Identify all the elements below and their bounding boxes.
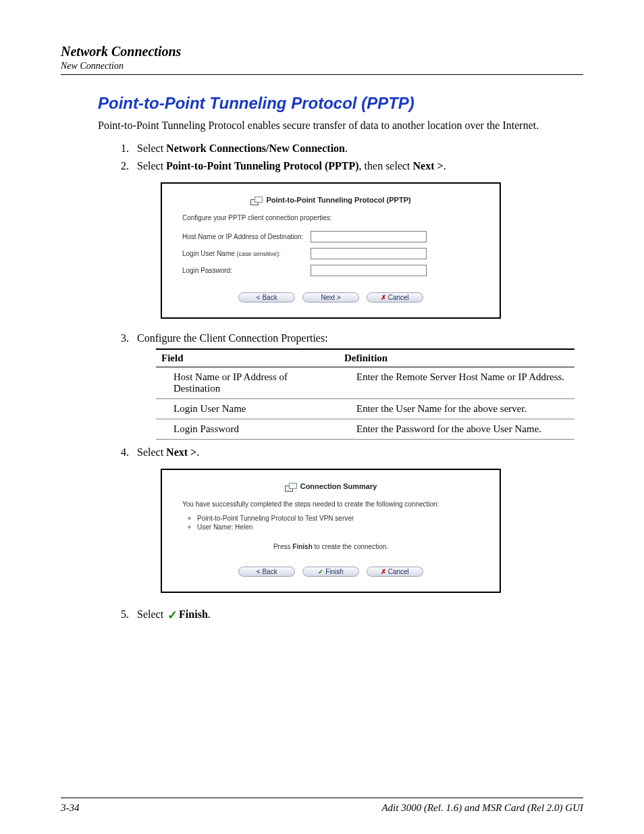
footer-product: Adit 3000 (Rel. 1.6) and MSR Card (Rel 2… xyxy=(381,802,583,814)
step-4-bold: Next > xyxy=(166,446,196,458)
finish-button[interactable]: ✓Finish xyxy=(302,567,359,577)
press-finish-text: Press Finish to create the connection. xyxy=(182,543,479,550)
td-def: Enter the Password for the above User Na… xyxy=(339,419,574,440)
check-icon: ✓ xyxy=(318,568,323,575)
username-label: Login User Name (case sensitive): xyxy=(182,250,311,257)
step-2-mid: , then select xyxy=(359,160,413,172)
username-label-a: Login User Name xyxy=(182,250,237,257)
cancel-button[interactable]: ✗Cancel xyxy=(367,567,423,577)
pptp-dialog-buttons: < Back Next > ✗Cancel xyxy=(182,292,479,303)
finish-button-label: Finish xyxy=(325,568,344,575)
definitions-table: Field Definition Host Name or IP Address… xyxy=(156,348,574,440)
td-field: Login User Name xyxy=(156,399,339,419)
password-row: Login Password: xyxy=(182,265,479,276)
x-icon: ✗ xyxy=(381,294,386,301)
td-field: Login Password xyxy=(156,419,339,440)
page-header: Network Connections New Connection xyxy=(61,44,583,75)
step-2-bold-2: Next > xyxy=(413,160,444,172)
step-4-suffix: . xyxy=(196,446,199,458)
step-4: Select Next >. Connection Summary You ha… xyxy=(132,446,583,593)
td-def: Enter the Remote Server Host Name or IP … xyxy=(339,367,574,399)
step-2-prefix: Select xyxy=(137,160,166,172)
pptp-dialog-title-row: Point-to-Point Tunneling Protocol (PPTP) xyxy=(182,196,479,205)
cancel-button[interactable]: ✗Cancel xyxy=(367,292,423,303)
cancel-button-label: Cancel xyxy=(388,294,409,301)
step-5-prefix: Select xyxy=(137,608,166,620)
th-definition: Definition xyxy=(339,349,574,367)
step-2-bold-1: Point-to-Point Tunneling Protocol (PPTP) xyxy=(166,160,358,172)
step-2-suffix: . xyxy=(444,160,446,172)
summary-dialog-title-row: Connection Summary xyxy=(182,482,479,491)
password-label: Login Password: xyxy=(182,267,311,274)
step-3: Configure the Client Connection Properti… xyxy=(132,332,583,440)
back-button[interactable]: < Back xyxy=(238,567,295,577)
header-title: Network Connections xyxy=(61,44,583,59)
pptp-dialog-desc: Configure your PPTP client connection pr… xyxy=(182,214,479,221)
summary-dialog-buttons: < Back ✓Finish ✗Cancel xyxy=(182,567,479,577)
table-row: Login User Name Enter the User Name for … xyxy=(156,399,574,419)
network-icon xyxy=(250,197,261,205)
summary-msg: You have successfully completed the step… xyxy=(182,500,479,508)
step-2: Select Point-to-Point Tunneling Protocol… xyxy=(132,160,583,319)
step-3-text: Configure the Client Connection Properti… xyxy=(137,332,328,344)
step-1: Select Network Connections/New Connectio… xyxy=(132,142,583,155)
section-title: Point-to-Point Tunneling Protocol (PPTP) xyxy=(98,94,583,113)
username-row: Login User Name (case sensitive): xyxy=(182,248,479,259)
pptp-dialog: Point-to-Point Tunneling Protocol (PPTP)… xyxy=(161,182,501,319)
header-subtitle: New Connection xyxy=(61,61,583,72)
list-item: Point-to-Point Tunneling Protocol to Tes… xyxy=(197,515,479,522)
summary-list: Point-to-Point Tunneling Protocol to Tes… xyxy=(197,515,479,531)
steps-list: Select Network Connections/New Connectio… xyxy=(115,142,583,621)
step-1-bold: Network Connections/New Connection xyxy=(166,142,345,154)
table-row: Login Password Enter the Password for th… xyxy=(156,419,574,440)
td-def: Enter the User Name for the above server… xyxy=(339,399,574,419)
back-button[interactable]: < Back xyxy=(238,292,295,303)
press-finish-b: Finish xyxy=(292,543,312,550)
username-input[interactable] xyxy=(311,248,427,259)
check-icon: ✓ xyxy=(167,608,178,623)
summary-dialog: Connection Summary You have successfully… xyxy=(161,469,501,593)
step-1-prefix: Select xyxy=(137,142,166,154)
step-5: Select ✓Finish. xyxy=(132,606,583,621)
step-4-prefix: Select xyxy=(137,446,166,458)
table-header-row: Field Definition xyxy=(156,349,574,367)
host-label: Host Name or IP Address of Destination: xyxy=(182,233,311,240)
pptp-dialog-title: Point-to-Point Tunneling Protocol (PPTP) xyxy=(266,196,410,204)
step-1-suffix: . xyxy=(345,142,348,154)
step-5-suffix: . xyxy=(208,608,211,620)
press-finish-c: to create the connection. xyxy=(313,543,388,550)
page-number: 3-34 xyxy=(61,802,80,814)
step-5-bold: Finish xyxy=(179,608,208,620)
summary-dialog-title: Connection Summary xyxy=(300,482,377,490)
next-button[interactable]: Next > xyxy=(302,292,359,303)
td-field: Host Name or IP Address of Destination xyxy=(156,367,339,399)
username-label-b: (case sensitive): xyxy=(237,251,281,257)
press-finish-a: Press xyxy=(273,543,292,550)
page: Network Connections New Connection Point… xyxy=(0,0,644,834)
host-input[interactable] xyxy=(311,231,427,242)
password-input[interactable] xyxy=(311,265,427,276)
page-footer: 3-34 Adit 3000 (Rel. 1.6) and MSR Card (… xyxy=(61,798,583,814)
section-intro: Point-to-Point Tunneling Protocol enable… xyxy=(98,120,583,132)
host-row: Host Name or IP Address of Destination: xyxy=(182,231,479,242)
x-icon: ✗ xyxy=(381,568,386,575)
th-field: Field xyxy=(156,349,339,367)
cancel-button-label: Cancel xyxy=(388,568,409,575)
table-row: Host Name or IP Address of Destination E… xyxy=(156,367,574,399)
list-item: User Name: Helen xyxy=(197,523,479,531)
network-icon xyxy=(285,483,296,491)
